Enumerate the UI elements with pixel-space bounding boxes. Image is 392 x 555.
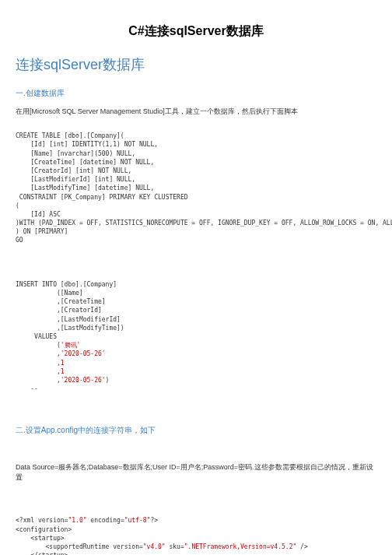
sql-create-table: CREATE TABLE [dbo].[Company]( [Id] [int]… xyxy=(16,123,376,245)
sql-insert: INSERT INTO [dbo].[Company] ([Name] ,[Cr… xyxy=(16,272,376,394)
page-title: C#连接sqlServer数据库 xyxy=(16,23,376,40)
main-heading: 连接sqlServer数据库 xyxy=(16,55,376,74)
xml-config: <?xml version="1.0" encoding="utf-8"?> <… xyxy=(16,508,376,555)
section2-header: 二.设置App.config中的连接字符串，如下 xyxy=(16,425,376,436)
section1-desc: 在用[Microsoft SQL Server Management Studi… xyxy=(16,107,376,117)
section1-header: 一.创建数据库 xyxy=(16,88,376,99)
section2-desc: Data Source=服务器名;Database=数据库名;User ID=用… xyxy=(16,462,376,483)
